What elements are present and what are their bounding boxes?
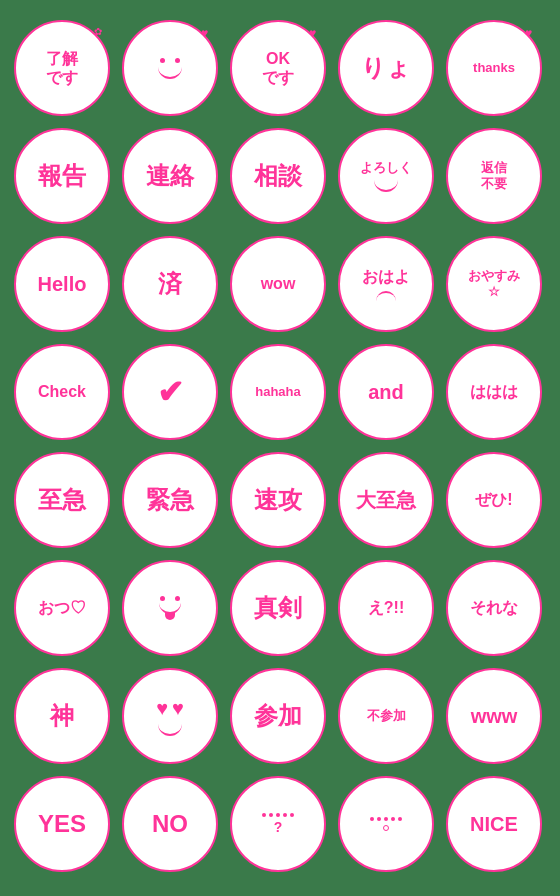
sticker-label: 済 [158, 270, 182, 299]
heart-badge: ♥ [309, 26, 316, 40]
sticker-label: ぜひ! [475, 490, 512, 509]
dot-row [262, 813, 294, 817]
sticker-hello[interactable]: Hello [14, 236, 110, 332]
sticker-label: wow [261, 274, 296, 293]
sticker-checkmark[interactable]: ✔ [122, 344, 218, 440]
sticker-label: 速攻 [254, 486, 302, 515]
sticker-label: YES [38, 810, 86, 839]
sticker-sodan[interactable]: 相談 [230, 128, 326, 224]
sticker-label: おはよ [362, 267, 410, 286]
sticker-smile[interactable]: ♥ [122, 20, 218, 116]
question-mark: ? [274, 819, 283, 835]
dots-q-container: ? [262, 813, 294, 835]
sticker-yes[interactable]: YES [14, 776, 110, 872]
sticker-no[interactable]: NO [122, 776, 218, 872]
sticker-ohayo[interactable]: おはよ [338, 236, 434, 332]
sticker-label: ははは [470, 382, 518, 401]
sticker-yoroshiku[interactable]: よろしく [338, 128, 434, 224]
sticker-label: 報告 [38, 162, 86, 191]
sticker-ryo[interactable]: りょ [338, 20, 434, 116]
sticker-label: 了解です [46, 49, 78, 87]
sticker-daishikyuu[interactable]: 大至急 [338, 452, 434, 548]
sticker-fusanka[interactable]: 不参加 [338, 668, 434, 764]
sticker-oyasumi[interactable]: おやすみ☆ [446, 236, 542, 332]
sticker-ryokai[interactable]: ✿ 了解です [14, 20, 110, 116]
yoroshiku-face: よろしく [360, 160, 412, 192]
sticker-hahaha2[interactable]: ははは [446, 344, 542, 440]
sad-mouth [376, 291, 396, 301]
sticker-label: 相談 [254, 162, 302, 191]
sticker-sorena[interactable]: それな [446, 560, 542, 656]
sticker-dots-o[interactable] [338, 776, 434, 872]
sticker-label: 真剣 [254, 594, 302, 623]
heart-badge: ♥ [525, 26, 532, 40]
sticker-sokkou[interactable]: 速攻 [230, 452, 326, 548]
sticker-label: Hello [38, 272, 87, 296]
sticker-label: え?!! [368, 598, 404, 617]
sticker-hokoku[interactable]: 報告 [14, 128, 110, 224]
sticker-shikyuu[interactable]: 至急 [14, 452, 110, 548]
sticker-heart-eyes[interactable]: ♥ ♥ [122, 668, 218, 764]
sticker-otsu[interactable]: おつ♡ [14, 560, 110, 656]
dot-row [370, 817, 402, 821]
ohayo-container: おはよ [362, 267, 410, 300]
sticker-shinken[interactable]: 真剣 [230, 560, 326, 656]
sticker-sumi[interactable]: 済 [122, 236, 218, 332]
sticker-label: 緊急 [146, 486, 194, 515]
sticker-check[interactable]: Check [14, 344, 110, 440]
sticker-label: www [471, 704, 518, 728]
sticker-label: 大至急 [356, 488, 416, 512]
sticker-kinkyuu[interactable]: 緊急 [122, 452, 218, 548]
sticker-label: 神 [50, 702, 74, 731]
sticker-tongue[interactable] [122, 560, 218, 656]
sticker-thanks[interactable]: ♥ thanks [446, 20, 542, 116]
sticker-label: よろしく [360, 160, 412, 176]
small-circle [383, 825, 389, 831]
hearts-eyes: ♥ ♥ [156, 697, 184, 720]
sticker-label: 返信不要 [481, 160, 507, 191]
checkmark-symbol: ✔ [157, 373, 184, 411]
smile-face [158, 58, 182, 79]
star-badge: ✿ [94, 26, 102, 37]
sticker-label: それな [470, 598, 518, 617]
sticker-label: 不参加 [367, 708, 406, 724]
sticker-label: りょ [361, 54, 411, 83]
sticker-label: 連絡 [146, 162, 194, 191]
sticker-label: OKです [262, 49, 294, 87]
sticker-label: thanks [473, 60, 515, 76]
sticker-dots-q[interactable]: ? [230, 776, 326, 872]
sticker-label: NICE [470, 812, 518, 836]
sticker-sanka[interactable]: 参加 [230, 668, 326, 764]
heart-eye-left: ♥ [156, 697, 168, 720]
sticker-wow[interactable]: wow [230, 236, 326, 332]
sticker-label: 参加 [254, 702, 302, 731]
sticker-hahaha[interactable]: hahaha [230, 344, 326, 440]
sticker-nice[interactable]: NICE [446, 776, 542, 872]
sticker-henshin[interactable]: 返信不要 [446, 128, 542, 224]
sticker-www[interactable]: www [446, 668, 542, 764]
heart-smile [158, 724, 182, 736]
heart-badge: ♥ [201, 26, 208, 40]
dots-o-container [370, 817, 402, 831]
sticker-label: おやすみ☆ [468, 268, 520, 299]
sticker-eh[interactable]: え?!! [338, 560, 434, 656]
tongue-face [159, 596, 181, 620]
sticker-label: NO [152, 810, 188, 839]
heart-eye-right: ♥ [172, 697, 184, 720]
sticker-grid: ✿ 了解です ♥ ♥ OKです りょ ♥ thanks 報告 連絡 相談 よろし… [0, 4, 560, 892]
sticker-label: and [368, 380, 404, 404]
sticker-zehi[interactable]: ぜひ! [446, 452, 542, 548]
sticker-kami[interactable]: 神 [14, 668, 110, 764]
sticker-and[interactable]: and [338, 344, 434, 440]
sticker-label: Check [38, 382, 86, 401]
heart-eyes-face: ♥ ♥ [156, 697, 184, 736]
sticker-label: 至急 [38, 486, 86, 515]
sticker-label: おつ♡ [38, 598, 86, 617]
sticker-renraku[interactable]: 連絡 [122, 128, 218, 224]
sticker-label: hahaha [255, 384, 301, 400]
sticker-ok[interactable]: ♥ OKです [230, 20, 326, 116]
